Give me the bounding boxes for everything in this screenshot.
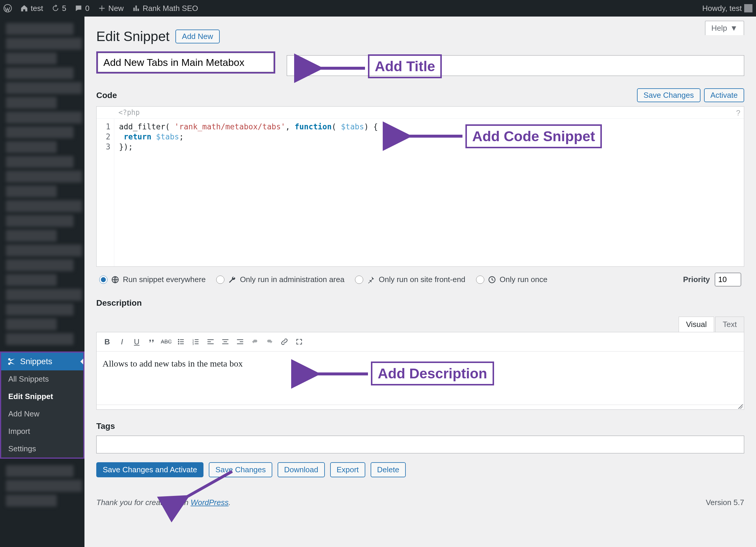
title-highlight-box — [96, 51, 275, 74]
run-frontend-label: Only run on site front-end — [379, 275, 465, 284]
site-name[interactable]: test — [20, 4, 43, 13]
code-prelude: <?php — [97, 107, 744, 119]
snippets-submenu: All Snippets Edit Snippet Add New Import… — [1, 370, 83, 458]
sidebar-blurred-top — [0, 17, 84, 351]
run-everywhere-label: Run snippet everywhere — [123, 275, 206, 284]
run-everywhere-radio[interactable] — [99, 276, 107, 284]
save-activate-button[interactable]: Save Changes and Activate — [96, 462, 203, 477]
svg-rect-23 — [237, 339, 243, 340]
new-content[interactable]: New — [98, 4, 124, 13]
ol-button[interactable]: 123 — [189, 335, 202, 348]
align-right-button[interactable] — [234, 335, 247, 348]
align-center-button[interactable] — [219, 335, 232, 348]
run-once-radio[interactable] — [476, 276, 484, 284]
wrench-icon — [228, 276, 236, 284]
activate-button[interactable]: Activate — [704, 88, 744, 102]
submenu-all-snippets[interactable]: All Snippets — [1, 370, 83, 388]
save-changes-button-top[interactable]: Save Changes — [637, 88, 700, 102]
link-button[interactable] — [278, 335, 291, 348]
priority-field: Priority — [683, 273, 741, 286]
tab-text[interactable]: Text — [715, 317, 744, 332]
site-name-text: test — [31, 4, 43, 13]
chart-icon — [132, 4, 140, 12]
undo-icon — [251, 338, 259, 346]
redo-button[interactable] — [263, 335, 276, 348]
code-editor[interactable]: ? <?php 123 add_filter( 'rank_math/metab… — [96, 106, 744, 267]
title-field-extension[interactable] — [287, 55, 744, 76]
undo-button[interactable] — [248, 335, 261, 348]
wordpress-link[interactable]: WordPress — [190, 498, 229, 507]
action-buttons: Save Changes and Activate Save Changes D… — [96, 462, 744, 477]
strike-button[interactable]: ABC — [160, 335, 173, 348]
run-options: Run snippet everywhere Only run in admin… — [96, 267, 744, 292]
svg-point-9 — [178, 343, 180, 345]
code-heading: Code — [96, 91, 117, 100]
svg-rect-8 — [180, 341, 184, 342]
underline-button[interactable]: U — [130, 335, 143, 348]
rankmath-link[interactable]: Rank Math SEO — [132, 4, 198, 13]
svg-rect-12 — [195, 339, 199, 340]
description-body[interactable]: Allows to add new tabs in the meta box — [97, 351, 744, 405]
ul-button[interactable] — [175, 335, 188, 348]
svg-rect-17 — [208, 339, 214, 340]
bold-button[interactable]: B — [101, 335, 114, 348]
editor-toolbar: B I U ABC 123 — [97, 332, 744, 351]
svg-rect-18 — [208, 341, 211, 342]
svg-rect-25 — [237, 343, 243, 344]
svg-rect-21 — [224, 341, 227, 342]
tab-visual[interactable]: Visual — [679, 317, 714, 332]
sidebar-blurred-bottom — [0, 459, 84, 513]
italic-button[interactable]: I — [115, 335, 128, 348]
run-once-option[interactable]: Only run once — [476, 275, 548, 284]
admin-footer: Thank you for creating with WordPress. V… — [96, 498, 744, 507]
submenu-add-new[interactable]: Add New — [1, 405, 83, 423]
priority-input[interactable] — [715, 273, 741, 286]
account-greeting[interactable]: Howdy, test — [702, 4, 752, 13]
quote-icon — [147, 338, 156, 346]
sidebar-item-snippets[interactable]: Snippets — [1, 353, 83, 370]
save-changes-button[interactable]: Save Changes — [209, 462, 272, 477]
fullscreen-button[interactable] — [293, 335, 306, 348]
export-button[interactable]: Export — [330, 462, 365, 477]
svg-rect-6 — [180, 339, 184, 340]
footer-thanks: Thank you for creating with WordPress. — [96, 498, 231, 507]
run-admin-radio[interactable] — [216, 276, 224, 284]
submenu-import[interactable]: Import — [1, 423, 83, 440]
snippet-title-input[interactable] — [98, 53, 274, 72]
comments[interactable]: 0 — [74, 4, 89, 13]
run-everywhere-option[interactable]: Run snippet everywhere — [99, 275, 206, 284]
clock-icon — [488, 276, 496, 284]
wp-logo[interactable] — [4, 4, 12, 12]
code-help-icon[interactable]: ? — [736, 108, 740, 118]
editor-resize-handle[interactable] — [97, 405, 744, 409]
code-body[interactable]: add_filter( 'rank_math/metabox/tabs', fu… — [114, 119, 383, 266]
expand-icon — [295, 338, 303, 346]
help-tab[interactable]: Help ▼ — [705, 21, 744, 35]
link-icon — [280, 338, 289, 346]
tags-input[interactable] — [96, 436, 744, 453]
admin-toolbar: test 5 0 New Rank Math SEO Howdy, test — [0, 0, 756, 17]
updates[interactable]: 5 — [51, 4, 66, 13]
chevron-down-icon: ▼ — [730, 24, 738, 33]
plus-icon — [98, 4, 106, 12]
avatar — [744, 4, 752, 12]
submenu-settings[interactable]: Settings — [1, 440, 83, 458]
quote-button[interactable] — [145, 335, 158, 348]
download-button[interactable]: Download — [278, 462, 325, 477]
howdy-text: Howdy, test — [702, 4, 742, 13]
add-new-button[interactable]: Add New — [175, 30, 220, 43]
priority-label: Priority — [683, 275, 710, 284]
admin-sidebar: Snippets All Snippets Edit Snippet Add N… — [0, 17, 84, 547]
code-gutter: 123 — [97, 119, 114, 266]
run-frontend-option[interactable]: Only run on site front-end — [355, 275, 465, 284]
delete-button[interactable]: Delete — [371, 462, 406, 477]
svg-text:3: 3 — [192, 343, 194, 346]
run-admin-option[interactable]: Only run in administration area — [216, 275, 344, 284]
align-left-button[interactable] — [204, 335, 217, 348]
svg-rect-19 — [208, 343, 214, 344]
run-frontend-radio[interactable] — [355, 276, 363, 284]
align-right-icon — [236, 338, 244, 346]
tags-heading: Tags — [96, 421, 744, 431]
refresh-icon — [51, 4, 60, 12]
submenu-edit-snippet[interactable]: Edit Snippet — [1, 388, 83, 405]
